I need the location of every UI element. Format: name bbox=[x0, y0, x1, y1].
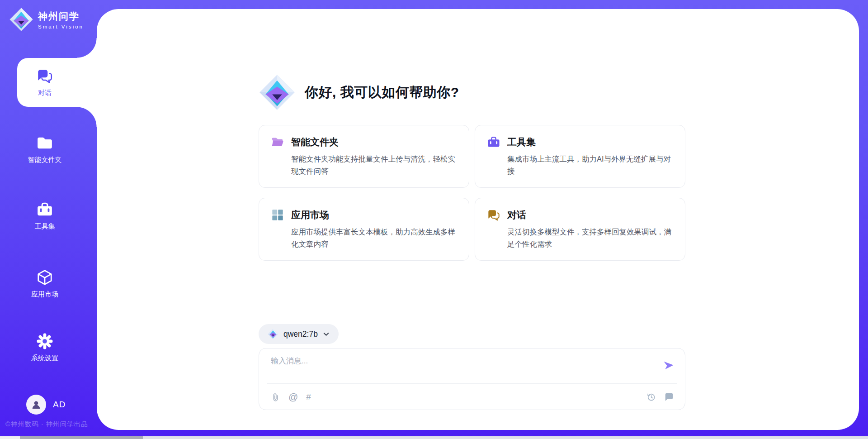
card-smart-folders[interactable]: 智能文件夹 智能文件夹功能支持批量文件上传与清洗，轻松实现文件问答 bbox=[259, 125, 469, 188]
feature-cards: 智能文件夹 智能文件夹功能支持批量文件上传与清洗，轻松实现文件问答 工具集 集成… bbox=[259, 125, 685, 261]
user-name: AD bbox=[53, 400, 66, 410]
sidebar-item-label: 应用市场 bbox=[31, 290, 58, 299]
card-description: 集成市场上主流工具，助力AI与外界无缝扩展与对接 bbox=[507, 153, 673, 177]
sidebar-item-smart-folders[interactable]: 智能文件夹 bbox=[17, 127, 72, 172]
tab-curve-bottom bbox=[77, 107, 97, 127]
folder-icon bbox=[36, 134, 53, 152]
copyright-text: ©神州数码 · 神州问学出品 bbox=[5, 420, 88, 429]
model-name: qwen2:7b bbox=[283, 329, 318, 339]
history-button[interactable] bbox=[646, 392, 656, 402]
card-toolset[interactable]: 工具集 集成市场上主流工具，助力AI与外界无缝扩展与对接 bbox=[475, 125, 685, 188]
sidebar-item-label: 系统设置 bbox=[31, 354, 58, 363]
chevron-down-icon bbox=[323, 331, 330, 338]
card-description: 应用市场提供丰富长文本模板，助力高效生成多样化文章内容 bbox=[291, 226, 457, 250]
message-input[interactable] bbox=[271, 356, 632, 381]
card-app-market[interactable]: 应用市场 应用市场提供丰富长文本模板，助力高效生成多样化文章内容 bbox=[259, 198, 469, 261]
mention-button[interactable]: @ bbox=[288, 391, 298, 402]
send-icon bbox=[662, 359, 675, 372]
card-title: 对话 bbox=[507, 209, 526, 221]
horizontal-scrollbar[interactable] bbox=[0, 436, 868, 439]
brand: 神州问学 Smart Vision bbox=[9, 7, 84, 32]
sidebar-item-label: 智能文件夹 bbox=[28, 156, 62, 164]
card-title: 工具集 bbox=[507, 136, 536, 148]
sidebar-item-settings[interactable]: 系统设置 bbox=[17, 325, 72, 370]
quick-reply-button[interactable] bbox=[664, 392, 674, 402]
scrollbar-thumb[interactable] bbox=[20, 436, 143, 439]
card-header: 应用市场 bbox=[271, 208, 457, 222]
card-header: 对话 bbox=[487, 208, 673, 222]
gear-icon bbox=[36, 333, 53, 350]
sidebar-item-chat[interactable]: 对话 bbox=[17, 58, 98, 107]
user-badge[interactable]: AD bbox=[26, 395, 66, 415]
brand-text: 神州问学 Smart Vision bbox=[38, 10, 84, 29]
greeting-title: 你好, 我可以如何帮助你? bbox=[305, 83, 459, 102]
message-composer: @ # bbox=[259, 348, 685, 410]
main-panel: 你好, 我可以如何帮助你? 智能文件夹 智能文件夹功能支持批量文件上传与清洗，轻… bbox=[97, 9, 859, 430]
assistant-gem-icon bbox=[259, 74, 296, 111]
sidebar-item-label: 对话 bbox=[38, 89, 52, 97]
at-icon: @ bbox=[288, 391, 298, 402]
history-icon bbox=[646, 392, 656, 402]
card-header: 工具集 bbox=[487, 135, 673, 149]
chat-icon bbox=[36, 67, 53, 85]
tab-curve-top bbox=[77, 38, 97, 58]
sidebar-item-toolset[interactable]: 工具集 bbox=[17, 193, 72, 239]
composer-toolbar: @ # bbox=[271, 384, 674, 410]
send-button[interactable] bbox=[661, 359, 675, 373]
cube-icon bbox=[36, 269, 53, 286]
brand-tagline: Smart Vision bbox=[38, 24, 84, 29]
paperclip-icon bbox=[271, 392, 280, 402]
open-folder-icon bbox=[271, 135, 284, 149]
toolbox-icon bbox=[487, 135, 500, 149]
toolbox-icon bbox=[36, 201, 53, 218]
scrollbar-gutter bbox=[0, 436, 20, 439]
person-icon bbox=[30, 399, 42, 410]
card-title: 应用市场 bbox=[291, 209, 329, 221]
grid-icon bbox=[271, 208, 284, 222]
hash-icon: # bbox=[306, 392, 311, 402]
topic-button[interactable]: # bbox=[306, 392, 311, 402]
sidebar-item-app-market[interactable]: 应用市场 bbox=[17, 261, 72, 306]
app-window: 神州问学 Smart Vision 对话 智能文件夹 工具集 应用市场 系统设置 bbox=[0, 0, 868, 439]
attach-button[interactable] bbox=[271, 392, 280, 402]
composer-right-tools bbox=[646, 392, 674, 402]
sidebar-item-chat-content: 对话 bbox=[17, 58, 72, 107]
card-description: 灵活切换多模型文件，支持多样回复效果调试，满足个性化需求 bbox=[507, 226, 673, 250]
sidebar: 神州问学 Smart Vision 对话 智能文件夹 工具集 应用市场 系统设置 bbox=[0, 0, 97, 439]
brand-name: 神州问学 bbox=[38, 10, 84, 23]
greeting: 你好, 我可以如何帮助你? bbox=[259, 74, 459, 111]
card-description: 智能文件夹功能支持批量文件上传与清洗，轻松实现文件问答 bbox=[291, 153, 457, 177]
model-gem-icon bbox=[268, 329, 278, 339]
avatar bbox=[26, 395, 46, 415]
composer-left-tools: @ # bbox=[271, 391, 311, 402]
card-title: 智能文件夹 bbox=[291, 136, 339, 148]
chat-icon bbox=[487, 208, 500, 222]
comment-icon bbox=[664, 392, 674, 402]
brand-gem-icon bbox=[9, 7, 33, 32]
card-chat[interactable]: 对话 灵活切换多模型文件，支持多样回复效果调试，满足个性化需求 bbox=[475, 198, 685, 261]
sidebar-item-label: 工具集 bbox=[35, 222, 55, 231]
model-selector[interactable]: qwen2:7b bbox=[259, 324, 339, 344]
card-header: 智能文件夹 bbox=[271, 135, 457, 149]
